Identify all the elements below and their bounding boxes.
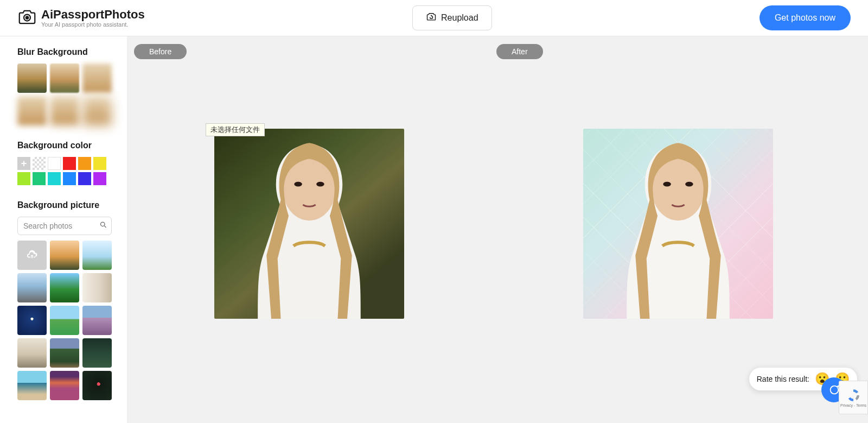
portrait-icon [591,129,765,319]
color-swatch-lime[interactable] [17,172,30,185]
after-label: After [496,44,543,59]
color-section-title: Background color [17,141,112,150]
brand-name: AiPassportPhotos [41,8,145,21]
picture-thumb[interactable] [17,273,47,302]
picture-thumb[interactable] [82,273,112,302]
picture-section-title: Background picture [17,200,112,210]
blur-thumb[interactable] [82,96,112,125]
picture-thumb[interactable] [17,371,47,400]
svg-point-7 [663,182,671,187]
picture-thumb[interactable] [82,371,112,400]
svg-point-2 [101,222,105,226]
color-swatch-purple[interactable] [93,172,106,185]
search-icon[interactable] [99,221,107,231]
recaptcha-icon [846,388,860,402]
picture-thumb[interactable] [82,306,112,335]
blur-section-title: Blur Background [17,47,112,57]
rate-prompt-label: Rate this result: [757,375,809,383]
color-swatch-cyan[interactable] [48,172,61,185]
blur-thumb[interactable] [82,64,112,93]
file-input-tooltip: 未选择任何文件 [206,123,265,136]
blur-thumb[interactable] [50,96,79,125]
color-add-button[interactable]: + [17,157,30,170]
get-photos-button[interactable]: Get photos now [760,5,851,30]
color-swatch-transparent[interactable] [33,157,46,170]
color-swatch-red[interactable] [63,157,76,170]
picture-thumb[interactable] [50,371,79,400]
blur-thumb[interactable] [17,64,47,93]
picture-thumb[interactable] [50,241,79,270]
color-swatch-orange[interactable] [78,157,91,170]
picture-thumb[interactable] [50,338,79,368]
canvas: Before After 未选择任何文件 [127,36,868,423]
color-swatch-yellow[interactable] [93,157,106,170]
svg-point-8 [685,182,693,187]
reupload-button[interactable]: Reupload [412,5,492,30]
portrait-icon [222,129,397,319]
picture-thumb[interactable] [17,338,47,368]
header: AiPassportPhotos Your AI passport photo … [0,0,868,36]
svg-point-1 [26,16,29,19]
recaptcha-badge[interactable]: Privacy - Terms [839,381,868,414]
after-image[interactable] [583,129,773,319]
before-label: Before [134,44,187,59]
before-image[interactable] [214,129,404,319]
sidebar: Blur Background Background color + Backg… [0,36,127,423]
logo[interactable]: AiPassportPhotos Your AI passport photo … [17,7,145,29]
color-swatch-indigo[interactable] [78,172,91,185]
search-input[interactable] [17,217,112,235]
svg-point-4 [294,182,302,187]
picture-thumb[interactable] [82,338,112,368]
camera-refresh-icon [426,11,437,24]
picture-thumb[interactable] [50,273,79,302]
blur-thumb-grid [17,64,112,125]
color-swatch-green[interactable] [33,172,46,185]
camera-logo-icon [17,7,37,29]
upload-picture-button[interactable] [17,241,47,270]
picture-thumb[interactable] [50,306,79,335]
svg-point-5 [316,182,324,187]
brand-tagline: Your AI passport photo assistant. [41,21,145,28]
picture-thumb-grid [17,241,112,400]
picture-thumb[interactable] [82,241,112,270]
reupload-label: Reupload [441,13,478,23]
blur-thumb[interactable] [50,64,79,93]
color-swatch-white[interactable] [48,157,61,170]
blur-thumb[interactable] [17,96,47,125]
color-grid: + [17,157,112,185]
picture-thumb[interactable] [17,306,47,335]
chat-icon [828,384,840,396]
color-swatch-blue[interactable] [63,172,76,185]
